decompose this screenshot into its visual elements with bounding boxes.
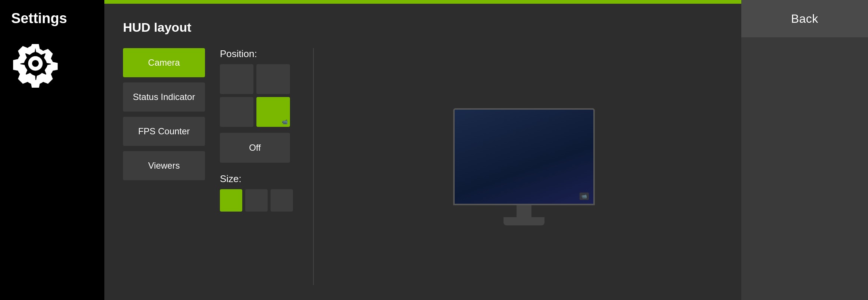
camera-position-icon: 📹 bbox=[282, 119, 288, 125]
monitor-screen: 📹 bbox=[453, 108, 595, 205]
size-small[interactable] bbox=[220, 189, 242, 212]
status-indicator-button[interactable]: Status Indicator bbox=[123, 82, 205, 112]
monitor-cam-indicator: 📹 bbox=[580, 193, 589, 200]
position-bottom-left[interactable] bbox=[220, 97, 253, 127]
size-grid bbox=[220, 189, 302, 212]
size-label: Size: bbox=[220, 173, 302, 185]
monitor-stand-neck bbox=[517, 205, 531, 217]
position-label: Position: bbox=[220, 48, 302, 60]
fps-counter-button[interactable]: FPS Counter bbox=[123, 117, 205, 146]
top-progress-bar bbox=[104, 0, 741, 4]
monitor-stand-base bbox=[504, 217, 545, 225]
back-button[interactable]: Back bbox=[741, 0, 868, 37]
vertical-divider bbox=[313, 48, 314, 285]
gear-icon bbox=[11, 39, 60, 88]
size-medium[interactable] bbox=[245, 189, 268, 212]
monitor-preview-column: 📹 bbox=[325, 48, 723, 285]
content-area: HUD layout Camera Status Indicator FPS C… bbox=[104, 4, 741, 300]
position-top-left[interactable] bbox=[220, 64, 253, 94]
monitor-wrap: 📹 bbox=[453, 108, 595, 225]
size-large[interactable] bbox=[271, 189, 293, 212]
hud-buttons-column: Camera Status Indicator FPS Counter View… bbox=[123, 48, 205, 285]
settings-title: Settings bbox=[11, 10, 67, 26]
controls-column: Position: 📹 Off Size: bbox=[205, 48, 302, 285]
sidebar: Settings bbox=[0, 0, 104, 300]
position-off[interactable]: Off bbox=[220, 133, 290, 163]
position-bottom-right[interactable]: 📹 bbox=[256, 97, 290, 127]
right-panel: Back bbox=[741, 0, 868, 300]
viewers-button[interactable]: Viewers bbox=[123, 151, 205, 180]
page-title: HUD layout bbox=[123, 20, 723, 35]
monitor-cam-icon: 📹 bbox=[581, 194, 587, 199]
position-grid: 📹 bbox=[220, 64, 302, 127]
position-top-right[interactable] bbox=[256, 64, 290, 94]
off-label: Off bbox=[249, 143, 261, 153]
main-content: HUD layout Camera Status Indicator FPS C… bbox=[104, 0, 741, 300]
camera-button[interactable]: Camera bbox=[123, 48, 205, 77]
hud-body: Camera Status Indicator FPS Counter View… bbox=[123, 48, 723, 285]
size-section: Size: bbox=[220, 173, 302, 212]
